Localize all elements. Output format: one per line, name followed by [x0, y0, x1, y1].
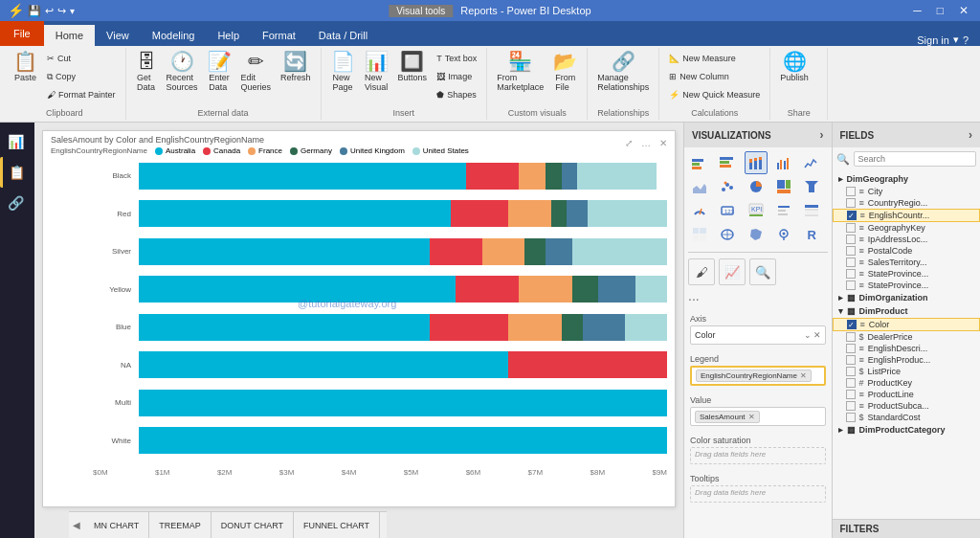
viz-analytics-button[interactable]: 📈 — [719, 258, 746, 285]
enter-data-button[interactable]: 📝 EnterData — [204, 50, 235, 94]
publish-button[interactable]: 🌐 Publish — [776, 50, 813, 84]
new-column-button[interactable]: ⊞ New Column — [665, 68, 764, 85]
quick-access-more[interactable]: ▾ — [70, 6, 75, 16]
cut-button[interactable]: ✂ Cut — [43, 50, 120, 67]
viz-treemap-icon[interactable] — [772, 175, 795, 198]
viz-azuremaps-icon[interactable] — [772, 223, 795, 246]
new-visual-button[interactable]: 📊 NewVisual — [361, 50, 392, 94]
field-group-dimproductcategory[interactable]: ▸ ▦ DimProductCategory — [833, 423, 981, 437]
visualizations-expand-arrow[interactable]: › — [820, 128, 824, 142]
viz-card-icon[interactable]: 123 — [716, 199, 739, 222]
viz-clustered-column-icon[interactable] — [772, 151, 795, 174]
edit-queries-button[interactable]: ✏ EditQueries — [237, 50, 276, 94]
viz-r-script-icon[interactable]: R — [800, 223, 823, 246]
from-file-button[interactable]: 📂 FromFile — [549, 50, 581, 94]
tab-help[interactable]: Help — [206, 25, 251, 46]
text-box-button[interactable]: T Text box — [433, 50, 480, 67]
image-button[interactable]: 🖼 Image — [433, 68, 480, 85]
refresh-button[interactable]: 🔄 Refresh — [277, 50, 315, 84]
close-button[interactable]: ✕ — [955, 4, 972, 17]
axis-chevron-icon[interactable]: ⌄ — [804, 330, 812, 340]
tab-view[interactable]: View — [95, 25, 141, 46]
help-icon[interactable]: ? — [963, 34, 969, 46]
viz-table-icon[interactable] — [800, 199, 823, 222]
copy-button[interactable]: ⧉ Copy — [43, 68, 120, 85]
viz-paint-brush-button[interactable]: 🖌 — [688, 258, 715, 285]
viz-clustered-bar-icon[interactable] — [716, 151, 739, 174]
tabs-scroll-left[interactable]: ◀ — [69, 512, 84, 539]
tab-bar-chart[interactable]: BAR CHART — [380, 512, 387, 539]
viz-funnel-icon[interactable] — [800, 175, 823, 198]
viz-kpi-icon[interactable]: KPI — [745, 199, 768, 222]
tab-modeling[interactable]: Modeling — [141, 25, 207, 46]
field-item-countryregio[interactable]: ≡ CountryRegio... — [833, 197, 981, 209]
tab-format[interactable]: Format — [251, 25, 307, 46]
field-item-englishdescri[interactable]: ≡ EnglishDescri... — [833, 343, 981, 354]
value-tag-remove[interactable]: ✕ — [748, 413, 755, 421]
recent-sources-button[interactable]: 🕐 RecentSources — [163, 50, 202, 94]
field-item-listprice[interactable]: $ ListPrice — [833, 366, 981, 377]
field-group-dimproduct[interactable]: ▾ ▦ DimProduct — [833, 304, 981, 318]
field-item-postalcode[interactable]: ≡ PostalCode — [833, 245, 981, 257]
paste-button[interactable]: 📋 Paste — [10, 50, 41, 84]
field-item-standardcost[interactable]: $ StandardCost — [833, 412, 981, 423]
field-item-color[interactable]: ✓ ≡ Color — [833, 318, 981, 331]
field-item-stateprovince1[interactable]: ≡ StateProvince... — [833, 268, 981, 280]
viz-gauge-icon[interactable] — [688, 199, 711, 222]
nav-reports-icon[interactable]: 📊 — [0, 126, 31, 157]
field-item-englishcountr[interactable]: ✓ ≡ EnglishCountr... — [833, 209, 981, 222]
viz-map-icon[interactable] — [716, 223, 739, 246]
tab-home[interactable]: Home — [44, 25, 95, 46]
viz-scatter-icon[interactable] — [716, 175, 739, 198]
new-measure-button[interactable]: 📐 New Measure — [665, 50, 764, 67]
chart-more-button[interactable]: … — [638, 135, 654, 150]
nav-model-icon[interactable]: 🔗 — [0, 188, 31, 218]
signin-area[interactable]: Sign in ▾ ? — [905, 34, 980, 46]
legend-tag-remove[interactable]: ✕ — [800, 371, 807, 380]
tooltips-drop[interactable]: Drag data fields here — [690, 485, 826, 503]
field-item-englishproduc[interactable]: ≡ EnglishProduc... — [833, 354, 981, 366]
viz-matrix-icon[interactable] — [688, 223, 711, 246]
from-marketplace-button[interactable]: 🏪 FromMarketplace — [493, 50, 547, 94]
tab-data-drill[interactable]: Data / Drill — [307, 25, 379, 46]
field-item-ipaddressloc[interactable]: ≡ IpAddressLoc... — [833, 234, 981, 245]
tab-file[interactable]: File — [0, 21, 44, 46]
field-item-productsubca[interactable]: ≡ ProductSubca... — [833, 400, 981, 412]
tab-mn-chart[interactable]: MN CHART — [84, 512, 149, 539]
new-page-button[interactable]: 📄 NewPage — [327, 50, 359, 94]
viz-more-button[interactable]: ··· — [684, 289, 832, 308]
manage-relationships-button[interactable]: 🔗 ManageRelationships — [593, 50, 653, 94]
tab-donut-chart[interactable]: DONUT CHART — [212, 512, 294, 539]
viz-slicer-icon[interactable] — [772, 199, 795, 222]
chart-close-button[interactable]: ✕ — [656, 135, 671, 150]
viz-line-icon[interactable] — [800, 151, 823, 174]
viz-filter-visual-button[interactable]: 🔍 — [749, 258, 776, 285]
field-item-salesterritory[interactable]: ≡ SalesTerritory... — [833, 257, 981, 268]
field-item-productline[interactable]: ≡ ProductLine — [833, 389, 981, 400]
color-saturation-drop[interactable]: Drag data fields here — [690, 447, 826, 464]
field-item-productkey[interactable]: # ProductKey — [833, 377, 981, 389]
tab-funnel-chart[interactable]: FUNNEL CHART — [294, 512, 380, 539]
new-quick-measure-button[interactable]: ⚡ New Quick Measure — [665, 86, 764, 103]
quick-access-redo[interactable]: ↪ — [57, 5, 66, 17]
field-group-dimorganization[interactable]: ▸ ▦ DimOrganization — [833, 291, 981, 304]
tab-treemap[interactable]: TREEMAP — [149, 512, 212, 539]
viz-pie-icon[interactable] — [745, 175, 768, 198]
shapes-button[interactable]: ⬟ Shapes — [433, 86, 480, 103]
field-group-geography[interactable]: ▸ DimGeography — [833, 172, 981, 186]
fields-expand-arrow[interactable]: › — [969, 128, 972, 142]
field-item-city[interactable]: ≡ City — [833, 186, 981, 197]
axis-clear-icon[interactable]: ✕ — [813, 330, 821, 340]
nav-data-icon[interactable]: 📋 — [0, 157, 31, 188]
viz-stacked-column-icon[interactable] — [745, 151, 768, 174]
fields-search-input[interactable] — [854, 151, 977, 167]
get-data-button[interactable]: 🗄 GetData — [132, 50, 161, 94]
viz-filled-map-icon[interactable] — [745, 223, 768, 246]
title-bar-controls[interactable]: ─ □ ✕ — [909, 4, 972, 17]
quick-access-save[interactable]: 💾 — [28, 5, 41, 17]
field-item-stateprovince2[interactable]: ≡ StateProvince... — [833, 280, 981, 291]
format-painter-button[interactable]: 🖌 Format Painter — [43, 86, 120, 103]
quick-access-undo[interactable]: ↩ — [45, 5, 54, 17]
minimize-button[interactable]: ─ — [909, 4, 925, 17]
chart-expand-button[interactable]: ⤢ — [621, 135, 636, 150]
